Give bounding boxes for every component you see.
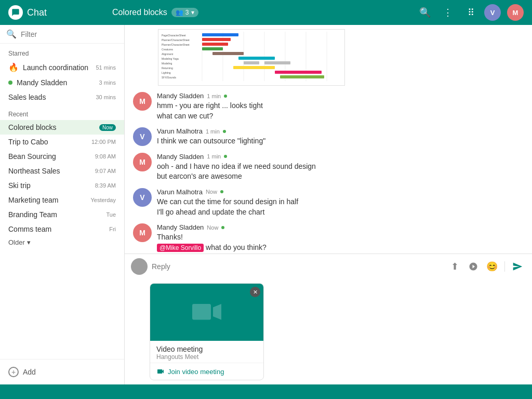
sales-name: Sales leads — [8, 93, 46, 101]
svg-text:Modeling Yoga: Modeling Yoga — [162, 57, 179, 60]
add-label: Add — [23, 368, 36, 376]
sidebar-item-sales[interactable]: Sales leads 30 mins — [0, 90, 124, 104]
user-avatar[interactable]: M — [507, 4, 524, 21]
svg-text:Planner/CharacterSheet: Planner/CharacterSheet — [162, 38, 190, 42]
attach-button[interactable]: ⬆ — [446, 258, 463, 275]
sidebar-item-cabo[interactable]: Trip to Cabo 12:00 PM — [0, 135, 124, 149]
video-icon — [190, 296, 223, 329]
members-count: 3 — [185, 9, 189, 16]
emoji-button[interactable]: 😊 — [484, 258, 500, 275]
sidebar-item-bean[interactable]: Bean Sourcing 9:08 AM — [0, 149, 124, 164]
chat-messages: PageCharacterSheet Planner/CharacterShee… — [125, 25, 532, 254]
video-meeting-card: ✕ Video meeting Hangouts Meet Join video… — [150, 283, 264, 380]
dropdown-arrow: ▾ — [191, 9, 194, 16]
sidebar-item-mandy[interactable]: Mandy Sladden 3 mins — [0, 75, 124, 90]
more-options-button[interactable]: ⋮ — [438, 3, 457, 22]
launch-name: Launch coordination — [23, 63, 88, 72]
join-video-button[interactable]: Join video meeting — [150, 363, 263, 380]
members-badge[interactable]: 👥 3 ▾ — [171, 8, 198, 17]
join-video-label: Join video meeting — [168, 368, 224, 376]
author-name-1: Mandy Sladden — [157, 92, 204, 100]
message-text-1b: what can we cut? — [157, 111, 524, 122]
video-thumbnail: ✕ — [150, 284, 263, 341]
sidebar-bottom: + Add — [0, 359, 124, 384]
message-text-1a: hmm - you are right ... looks tight — [157, 101, 524, 111]
add-icon: + — [8, 367, 19, 377]
online-dot-3 — [224, 155, 227, 158]
sidebar-item-branding[interactable]: Branding Team Tue — [0, 207, 124, 222]
sidebar-item-launch[interactable]: 🔥 Launch coordination 51 mins — [0, 59, 124, 75]
filter-input[interactable] — [21, 30, 118, 38]
app-logo: Chat — [8, 5, 112, 20]
svg-text:Planner/CharacterSheet: Planner/CharacterSheet — [162, 43, 190, 46]
sidebar-item-colored[interactable]: Colored blocks Now — [0, 120, 124, 135]
message-time-3: 1 min — [207, 153, 221, 159]
sidebar-item-comms[interactable]: Comms team Fri — [0, 222, 124, 236]
search-button[interactable]: 🔍 — [416, 3, 434, 22]
reply-actions: ⬆ 😊 — [446, 258, 526, 275]
gif-button[interactable] — [465, 258, 482, 275]
message-text-4b: I'll go ahead and update the chart — [157, 207, 524, 218]
mention-tag: @Mike Sorvillo — [157, 244, 204, 252]
online-dot-1 — [224, 95, 227, 98]
message-time-5: Now — [207, 224, 218, 231]
video-subtitle: Hangouts Meet — [156, 353, 257, 361]
author-name-4: Varun Malhotra — [157, 188, 203, 196]
account-avatar[interactable]: V — [484, 4, 501, 21]
older-chevron: ▾ — [27, 238, 31, 246]
members-icon: 👥 — [176, 9, 183, 16]
sidebar-item-northeast[interactable]: Northeast Sales 9:07 AM — [0, 164, 124, 178]
room-header: Colored blocks 👥 3 ▾ — [112, 8, 416, 17]
svg-text:Modeling: Modeling — [162, 62, 172, 65]
sidebar-item-marketing[interactable]: Marketing team Yesterday — [0, 193, 124, 207]
chat-area: PageCharacterSheet Planner/CharacterShee… — [125, 25, 532, 384]
video-close-button[interactable]: ✕ — [250, 287, 260, 297]
svg-rect-22 — [238, 57, 275, 60]
launch-time: 51 mins — [96, 64, 116, 71]
message-content-2: Varun Malhotra 1 min I think we can outs… — [157, 127, 524, 147]
app-title: Chat — [27, 7, 47, 18]
reply-divider — [504, 261, 505, 272]
message-text-2: I think we can outsource "lighting" — [157, 136, 524, 147]
svg-rect-24 — [264, 61, 290, 64]
svg-text:Alignment: Alignment — [162, 52, 174, 56]
svg-rect-18 — [202, 38, 231, 41]
reply-input[interactable] — [152, 262, 442, 271]
gantt-chart: PageCharacterSheet Planner/CharacterShee… — [158, 29, 524, 86]
gantt-svg: PageCharacterSheet Planner/CharacterShee… — [161, 32, 347, 81]
svg-rect-25 — [233, 66, 275, 69]
message-varun-1: V Varun Malhotra 1 min I think we can ou… — [133, 127, 524, 147]
filter-search-icon: 🔍 — [6, 29, 17, 39]
apps-button[interactable]: ⠿ — [461, 3, 480, 22]
online-dot-2 — [223, 130, 226, 133]
message-text-5a: Thanks! — [157, 232, 524, 243]
message-content-1: Mandy Sladden 1 min hmm - you are right … — [157, 92, 524, 121]
author-name-5: Mandy Sladden — [157, 223, 204, 231]
mandy-name: Mandy Sladden — [17, 78, 67, 87]
mandy-avatar-3: M — [133, 223, 152, 242]
starred-section-label: Starred — [0, 44, 124, 59]
svg-rect-28 — [192, 304, 211, 320]
message-time-2: 1 min — [206, 128, 220, 135]
online-dot-5 — [221, 226, 224, 229]
svg-text:SFX/Sounds: SFX/Sounds — [162, 76, 177, 79]
older-button[interactable]: Older ▾ — [8, 238, 31, 246]
send-button[interactable] — [509, 258, 526, 275]
svg-rect-20 — [202, 47, 223, 50]
message-time-4: Now — [206, 189, 217, 195]
sidebar: 🔍 Starred 🔥 Launch coordination 51 mins … — [0, 25, 125, 384]
sales-time: 30 mins — [96, 94, 116, 100]
message-text-4a: We can cut the time for sound design in … — [157, 197, 524, 207]
svg-rect-17 — [202, 33, 238, 36]
colored-name: Colored blocks — [8, 123, 57, 131]
older-label: Older — [8, 238, 25, 246]
svg-text:Creatures: Creatures — [162, 48, 173, 51]
mandy-avatar-2: M — [133, 153, 152, 171]
sidebar-item-ski[interactable]: Ski trip 8:39 AM — [0, 178, 124, 193]
online-dot-4 — [220, 190, 223, 193]
reply-box: ⬆ 😊 — [125, 254, 532, 279]
message-varun-2: V Varun Malhotra Now We can cut the time… — [133, 188, 524, 217]
add-button[interactable]: + Add — [8, 364, 36, 380]
message-time-1: 1 min — [207, 93, 221, 99]
launch-icon: 🔥 — [8, 62, 19, 72]
